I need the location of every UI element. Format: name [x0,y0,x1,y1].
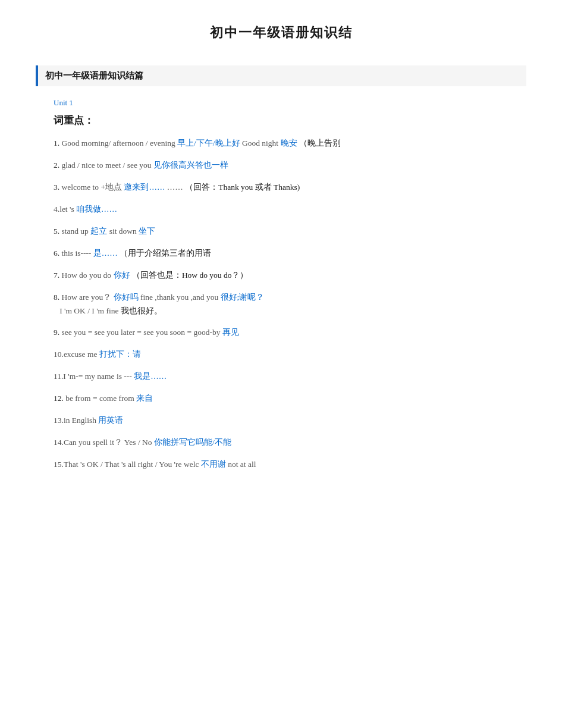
unit-label: Unit 1 [54,98,526,108]
list-item: 4.let 's 咱我做…… [54,203,526,216]
list-item: 5. stand up 起立 sit down 坐下 [54,225,526,239]
list-item: 3. welcome to +地点 邀来到…… …… （回答：Thank you… [54,181,526,194]
list-item: 15.That 's OK / That 's all right / You … [54,458,526,472]
section-header-text: 初中一年级语册知识结篇 [45,70,143,81]
list-item: 14.Can you spell it？ Yes / No 你能拼写它吗能/不能 [54,436,526,450]
list-item: 10.excuse me 打扰下：请 [54,348,526,362]
list-item: 6. this is---- 是…… （用于介绍第三者的用语 [54,247,526,261]
content-area: Unit 1 词重点： 1. Good morning/ afternoon /… [36,98,526,472]
list-item: 9. see you = see you later = see you soo… [54,326,526,340]
section-header: 初中一年级语册知识结篇 [36,65,526,86]
list-item: 11.I 'm-= my name is --- 我是…… [54,370,526,384]
list-item: 1. Good morning/ afternoon / evening 早上/… [54,137,526,150]
page-title: 初中一年级语册知识结 [36,24,526,42]
list-item: 2. glad / nice to meet / see you 见你很高兴答也… [54,159,526,172]
list-item: 8. How are you？ 你好吗 fine ,thank you ,and… [54,291,526,318]
list-item: 13.in English 用英语 [54,414,526,428]
vocab-title: 词重点： [54,114,526,127]
list-item: 7. How do you do 你好 （回答也是：How do you do？… [54,269,526,283]
list-item: 12. be from = come from 来自 [54,392,526,406]
